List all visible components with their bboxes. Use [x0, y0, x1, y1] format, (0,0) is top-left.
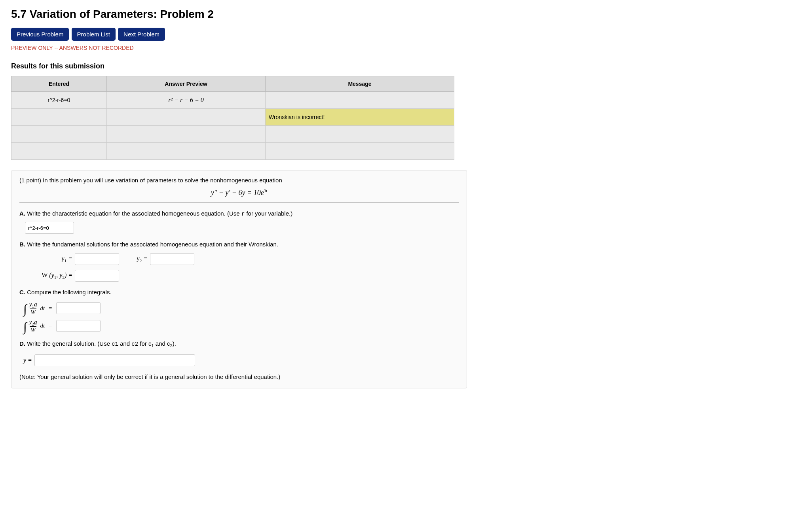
col-preview: Answer Preview: [107, 76, 266, 92]
preview-cell: r² − r − 6 = 0: [107, 92, 266, 109]
preview-cell: [107, 143, 266, 160]
results-table: Entered Answer Preview Message r^2-r-6=0…: [11, 76, 454, 160]
table-row: Wronskian is incorrect!: [11, 109, 454, 126]
message-cell: [266, 92, 454, 109]
problem-intro: (1 point) In this problem you will use v…: [19, 177, 459, 184]
part-d: D. Write the general solution. (Use c1 a…: [19, 340, 459, 366]
part-a: A. Write the characteristic equation for…: [19, 210, 459, 234]
wronskian-label: W (y1, y2) =: [19, 272, 75, 280]
part-b: B. Write the fundamental solutions for t…: [19, 241, 459, 282]
divider: [19, 203, 459, 203]
y-label: y =: [23, 357, 32, 364]
input-integral-2[interactable]: [56, 320, 101, 332]
message-cell: [266, 143, 454, 160]
message-cell: [266, 126, 454, 143]
input-general-solution[interactable]: [34, 354, 195, 366]
ode-equation: y″ − y′ − 6y = 10e3t: [19, 188, 459, 197]
fraction-y2g-W: y2g W: [29, 319, 37, 333]
input-y1[interactable]: [75, 253, 119, 265]
input-characteristic-eq[interactable]: [25, 222, 74, 234]
entered-cell: [11, 109, 107, 126]
part-c: C. Compute the following integrals. ∫ y1…: [19, 289, 459, 333]
note-text: (Note: Your general solution will only b…: [19, 373, 459, 380]
y2-label: y2 =: [126, 255, 150, 263]
input-wronskian[interactable]: [75, 270, 119, 282]
preview-cell: [107, 109, 266, 126]
integral-icon: ∫: [23, 320, 27, 333]
table-row: r^2-r-6=0 r² − r − 6 = 0: [11, 92, 454, 109]
y1-label: y1 =: [19, 255, 75, 263]
col-entered: Entered: [11, 76, 107, 92]
input-integral-1[interactable]: [56, 302, 101, 314]
fraction-y1g-W: y1g W: [29, 301, 37, 316]
input-y2[interactable]: [150, 253, 194, 265]
page-title: 5.7 Variation of Parameters: Problem 2: [11, 8, 794, 21]
integral-icon: ∫: [23, 303, 27, 315]
problem-list-button[interactable]: Problem List: [72, 28, 116, 41]
preview-cell: [107, 126, 266, 143]
nav-buttons: Previous Problem Problem List Next Probl…: [11, 28, 794, 41]
next-problem-button[interactable]: Next Problem: [118, 28, 165, 41]
prev-problem-button[interactable]: Previous Problem: [11, 28, 69, 41]
problem-box: (1 point) In this problem you will use v…: [11, 170, 467, 388]
results-heading: Results for this submission: [11, 62, 794, 70]
preview-warning: PREVIEW ONLY -- ANSWERS NOT RECORDED: [11, 45, 794, 51]
entered-cell: r^2-r-6=0: [11, 92, 107, 109]
col-message: Message: [266, 76, 454, 92]
message-cell: Wronskian is incorrect!: [266, 109, 454, 126]
entered-cell: [11, 126, 107, 143]
entered-cell: [11, 143, 107, 160]
table-row: [11, 143, 454, 160]
table-row: [11, 126, 454, 143]
